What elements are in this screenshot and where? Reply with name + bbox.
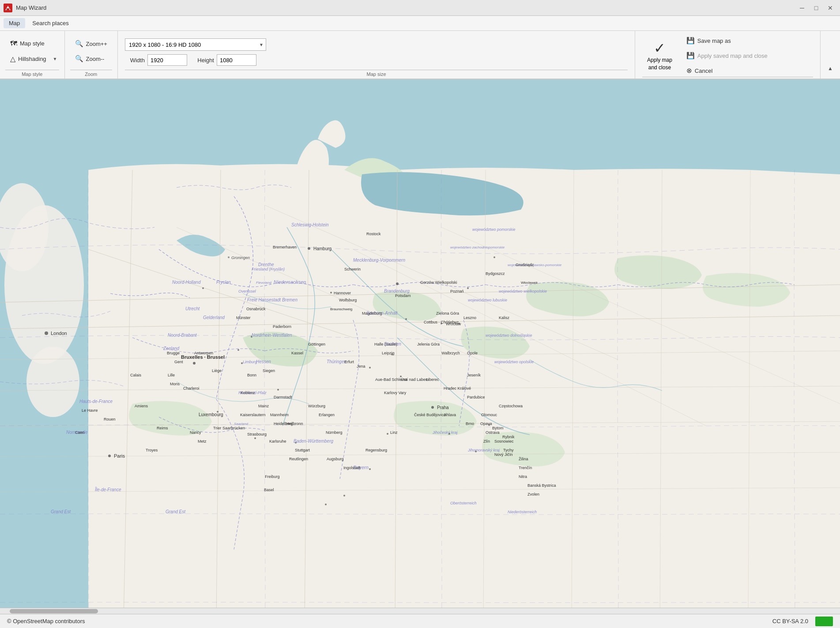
save-icon: 💾 xyxy=(686,37,695,45)
svg-rect-2 xyxy=(7,8,9,10)
map-style-section-label: Map style xyxy=(5,70,59,77)
window-title: Map Wizard xyxy=(16,4,46,11)
svg-text:Erlangen: Erlangen xyxy=(319,413,335,417)
svg-point-6 xyxy=(26,346,79,417)
svg-point-201 xyxy=(325,504,327,505)
menu-item-search-places[interactable]: Search places xyxy=(27,18,74,28)
menu-item-map[interactable]: Map xyxy=(4,18,25,28)
zoom-section: 🔍 Zoom++ 🔍 Zoom-- Zoom xyxy=(65,31,118,79)
svg-text:Jihomoravský kraj: Jihomoravský kraj xyxy=(467,448,500,452)
svg-text:Jena: Jena xyxy=(357,364,365,369)
svg-text:Zlín: Zlín xyxy=(483,439,490,444)
svg-text:Opava: Opava xyxy=(480,421,492,426)
window-controls: ─ □ ✕ xyxy=(796,3,836,13)
svg-text:Noord-Holland: Noord-Holland xyxy=(172,280,201,285)
svg-text:Kalisz: Kalisz xyxy=(499,316,510,320)
height-input[interactable] xyxy=(217,54,256,66)
svg-text:Friesland (Fryslân): Friesland (Fryslân) xyxy=(252,267,285,271)
apply-map-text: Apply mapand close xyxy=(647,56,672,71)
svg-text:województwo pomorskie: województwo pomorskie xyxy=(472,227,516,232)
close-button[interactable]: ✕ xyxy=(824,3,836,13)
save-map-button[interactable]: 💾 Save map as xyxy=(682,34,772,47)
apply-map-section: ✓ Apply mapand close 💾 Save map as 💾 App… xyxy=(635,31,821,79)
svg-text:Limburg: Limburg xyxy=(243,360,257,364)
collapse-button[interactable]: ▲ xyxy=(824,65,836,75)
svg-text:Częstochowa: Częstochowa xyxy=(499,404,523,408)
svg-text:Nürnberg: Nürnberg xyxy=(326,430,343,435)
apply-map-content: ✓ Apply mapand close 💾 Save map as 💾 App… xyxy=(642,34,813,77)
hillshading-label: Hillshading xyxy=(18,56,46,62)
svg-text:Grand Est: Grand Est xyxy=(51,509,71,514)
hillshading-button[interactable]: △ Hillshading xyxy=(5,52,51,66)
width-input[interactable] xyxy=(147,54,187,66)
svg-text:Würzburg: Würzburg xyxy=(308,404,325,408)
svg-text:Nový Jičín: Nový Jičín xyxy=(494,452,513,457)
svg-text:Magdeburg: Magdeburg xyxy=(362,311,382,316)
svg-text:Grand Est: Grand Est xyxy=(166,509,186,514)
svg-point-37 xyxy=(330,292,332,293)
svg-text:Walbrzych: Walbrzych xyxy=(441,351,460,355)
apply-saved-button[interactable]: 💾 Apply saved map and close xyxy=(682,49,772,62)
scrollbar-thumb[interactable] xyxy=(10,609,98,613)
svg-text:Pardubice: Pardubice xyxy=(467,395,485,399)
map-style-button[interactable]: 🗺 Map style xyxy=(5,37,59,50)
maximize-button[interactable]: □ xyxy=(810,3,822,13)
cancel-button[interactable]: ⊗ Cancel xyxy=(682,64,772,77)
svg-text:Reutlingen: Reutlingen xyxy=(289,457,308,461)
svg-text:Zeeland: Zeeland xyxy=(163,346,180,351)
apply-saved-icon: 💾 xyxy=(686,52,695,60)
titlebar-left: Map Wizard xyxy=(4,4,46,12)
svg-point-172 xyxy=(391,353,393,355)
svg-text:Olomouc: Olomouc xyxy=(481,413,497,417)
minimize-button[interactable]: ─ xyxy=(796,3,808,13)
horizontal-scrollbar[interactable] xyxy=(0,608,840,614)
svg-text:województwo opolskie: województwo opolskie xyxy=(494,360,534,364)
svg-text:Zielona Góra: Zielona Góra xyxy=(436,311,459,316)
svg-text:Leszno: Leszno xyxy=(463,316,476,320)
svg-text:Strasbourg: Strasbourg xyxy=(247,432,267,436)
svg-text:Troyes: Troyes xyxy=(146,448,158,452)
svg-text:Münster: Münster xyxy=(236,316,251,320)
svg-text:Brandenburg: Brandenburg xyxy=(384,289,410,293)
zoom-plus-label: Zoom++ xyxy=(86,41,107,47)
svg-text:Bydgoszcz: Bydgoszcz xyxy=(486,271,505,276)
svg-text:Rouen: Rouen xyxy=(104,417,116,421)
svg-text:Karlsruhe: Karlsruhe xyxy=(269,439,286,444)
svg-text:Brugge: Brugge xyxy=(167,351,180,355)
svg-text:Hradec Králové: Hradec Králové xyxy=(444,386,471,391)
apply-map-button[interactable]: ✓ Apply mapand close xyxy=(642,37,677,75)
zoom-plus-button[interactable]: 🔍 Zoom++ xyxy=(70,37,112,50)
titlebar: Map Wizard ─ □ ✕ xyxy=(0,0,840,16)
svg-text:Thüringen: Thüringen xyxy=(327,359,347,364)
svg-text:Antwerpen: Antwerpen xyxy=(194,351,213,355)
svg-text:Bonn: Bonn xyxy=(247,373,256,377)
map-size-select[interactable]: 1920 x 1080 - 16:9 HD 1080 xyxy=(125,38,266,51)
zoom-minus-button[interactable]: 🔍 Zoom-- xyxy=(70,52,112,65)
svg-text:Jeseník: Jeseník xyxy=(467,373,481,377)
svg-text:Mainz: Mainz xyxy=(258,404,269,408)
map-container[interactable]: London Paris Hamburg Bruxelles · Brussel… xyxy=(0,79,840,614)
svg-point-36 xyxy=(202,287,204,289)
svg-text:Lille: Lille xyxy=(168,373,175,377)
svg-point-34 xyxy=(193,362,196,365)
svg-text:Freie Hansestadt Bremen: Freie Hansestadt Bremen xyxy=(247,297,298,302)
hillshading-row: △ Hillshading ▼ xyxy=(5,52,59,66)
svg-text:Hannover: Hannover xyxy=(334,291,351,295)
zoom-plus-icon: 🔍 xyxy=(75,40,83,48)
svg-text:Göttingen: Göttingen xyxy=(308,342,325,346)
svg-text:Zvolen: Zvolen xyxy=(527,492,539,496)
svg-point-47 xyxy=(405,318,407,320)
svg-text:Hessen: Hessen xyxy=(256,359,271,364)
svg-text:Žilina: Žilina xyxy=(519,457,528,461)
svg-text:Jihočeský kraj: Jihočeský kraj xyxy=(432,430,458,435)
svg-text:Bytom: Bytom xyxy=(492,426,504,430)
svg-text:Reims: Reims xyxy=(157,426,168,430)
svg-text:Paris: Paris xyxy=(114,453,125,459)
hillshading-dropdown-arrow[interactable]: ▼ xyxy=(51,54,59,64)
svg-text:Schleswig-Holstein: Schleswig-Holstein xyxy=(291,222,329,227)
svg-text:Nitra: Nitra xyxy=(519,474,527,479)
svg-point-40 xyxy=(277,389,279,391)
svg-text:Kaiserslautern: Kaiserslautern xyxy=(240,413,266,417)
svg-point-45 xyxy=(467,287,469,289)
svg-text:Halle (Saale): Halle (Saale) xyxy=(374,342,397,346)
